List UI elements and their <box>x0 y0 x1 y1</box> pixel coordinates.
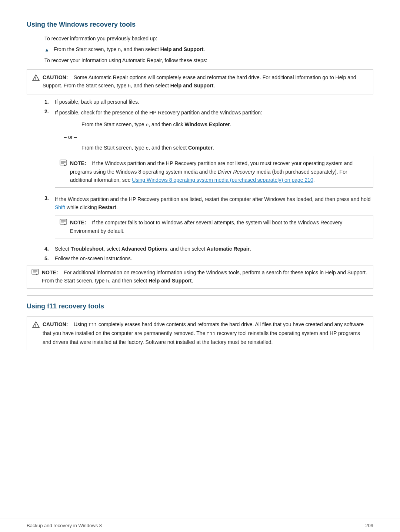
footer-right: 209 <box>365 523 373 528</box>
bottom-note-icon <box>31 269 39 278</box>
caution-text-2: CAUTION: Using f11 completely erases har… <box>43 320 368 346</box>
bottom-note-box: NOTE: For additional information on reco… <box>27 265 373 289</box>
step4-text: Select Troubleshoot, select Advanced Opt… <box>55 246 251 252</box>
step-3: 3. If the Windows partition and the HP R… <box>44 195 373 242</box>
caution-box-2: ! CAUTION: Using f11 completely erases h… <box>27 316 373 350</box>
bullet-triangle-icon: ▲ <box>44 47 49 53</box>
note-box-1: NOTE: If the Windows partition and the H… <box>55 156 373 187</box>
note1-link[interactable]: Using Windows 8 operating system media (… <box>132 177 313 183</box>
step-4: 4. Select Troubleshoot, select Advanced … <box>44 246 373 252</box>
step2-sub1: From the Start screen, type e, and then … <box>81 120 373 129</box>
step-3-content: If the Windows partition and the HP Reco… <box>55 195 373 242</box>
note-text-2: NOTE: If the computer fails to boot to W… <box>70 218 369 235</box>
caution-triangle-icon-2: ! <box>32 321 40 331</box>
section1-intro2: To recover your information using Automa… <box>44 56 373 64</box>
step-1: 1. If possible, back up all personal fil… <box>44 99 373 105</box>
step-2: 2. If possible, check for the presence o… <box>44 108 373 191</box>
note-icon-1 <box>60 160 67 168</box>
note-box-2: NOTE: If the computer fails to boot to W… <box>55 215 373 238</box>
note-icon-2 <box>60 219 67 228</box>
note-text-1: NOTE: If the Windows partition and the H… <box>70 159 369 184</box>
svg-text:!: ! <box>35 324 36 328</box>
step-2-content: If possible, check for the presence of t… <box>55 108 373 191</box>
step2-or: – or – <box>64 133 373 141</box>
step2-sub2: From the Start screen, type c, and then … <box>81 144 373 153</box>
section1-heading: Using the Windows recovery tools <box>27 21 373 29</box>
caution-box-1: ! CAUTION: Some Automatic Repair options… <box>27 69 373 94</box>
step3-text: If the Windows partition and the HP Reco… <box>55 195 373 212</box>
section1-intro1: To recover information you previously ba… <box>44 34 373 43</box>
steps-list: 1. If possible, back up all personal fil… <box>44 99 373 261</box>
step-5: 5. Follow the on-screen instructions. <box>44 255 373 261</box>
bottom-note-text: NOTE: For additional information on reco… <box>42 268 369 285</box>
footer: Backup and recovery in Windows 8 209 <box>0 519 400 532</box>
section-divider <box>27 295 373 296</box>
bullet-item-1: ▲ From the Start screen, type h, and the… <box>44 46 373 53</box>
footer-left: Backup and recovery in Windows 8 <box>27 523 102 528</box>
section2-heading: Using f11 recovery tools <box>27 302 373 310</box>
caution-triangle-icon: ! <box>32 74 40 84</box>
bullet-text: From the Start screen, type h, and then … <box>54 46 205 53</box>
page-content: Using the Windows recovery tools To reco… <box>0 0 400 384</box>
svg-text:!: ! <box>35 77 36 81</box>
caution-text-1: CAUTION: Some Automatic Repair options w… <box>43 73 368 90</box>
